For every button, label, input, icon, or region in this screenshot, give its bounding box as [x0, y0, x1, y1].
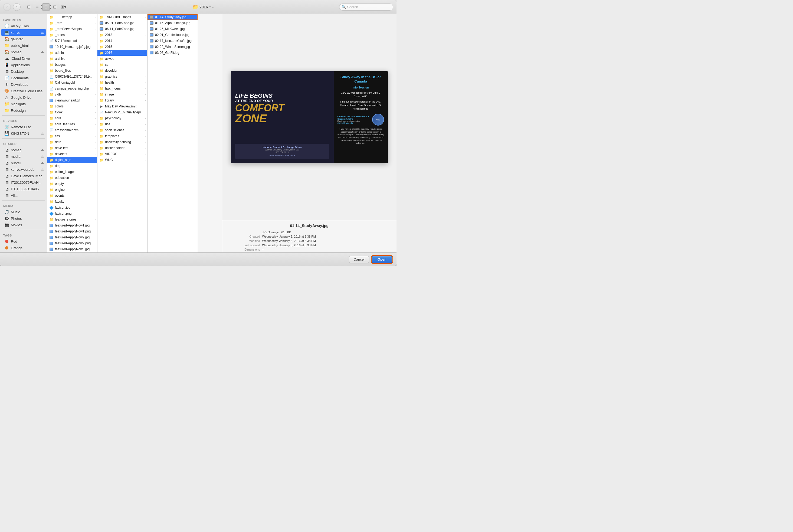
list-item[interactable]: 📁 cs ›	[97, 62, 147, 68]
shared-media-eject[interactable]: ⏏	[41, 154, 44, 158]
sidebar-item-homeg[interactable]: 🏠 homeg ⏏	[1, 49, 46, 55]
list-item[interactable]: 📁 core_features ›	[48, 121, 97, 127]
list-item[interactable]: 📁 css ›	[48, 133, 97, 139]
icon-view-button[interactable]: ⊞	[25, 3, 33, 11]
list-item[interactable]: 📁 events ›	[48, 193, 97, 198]
open-button[interactable]: Open	[372, 256, 392, 263]
list-item[interactable]: featured-ApplyNow1.jpg	[48, 223, 97, 228]
column-view-button[interactable]: ⋮⋮⋮	[42, 3, 50, 11]
list-item[interactable]: 📁 _ARCHIVE_mpgs ›	[97, 14, 147, 20]
list-item[interactable]: 01-15_Alph...Omega.jpg	[148, 20, 197, 26]
list-item[interactable]: 📁 2015 ›	[97, 44, 147, 50]
sidebar-item-documents[interactable]: 📄 Documents	[1, 75, 46, 81]
list-item[interactable]: 01-14_StudyAway.jpg	[148, 14, 197, 20]
list-item[interactable]: 05-01_SafeZone.jpg	[97, 20, 147, 26]
list-item[interactable]: 📁 _mm ›	[48, 20, 97, 26]
list-item[interactable]: 📁 health ›	[97, 79, 147, 86]
sidebar-item-google-drive[interactable]: △ Google Drive	[1, 94, 46, 101]
arrange-button[interactable]: ⊞▾	[59, 3, 67, 11]
list-item[interactable]: featured-ApplyNow1.png	[48, 228, 97, 234]
list-item[interactable]: 📁 untitled folder ›	[97, 145, 147, 151]
list-item[interactable]: cleanwouhead.gif	[48, 97, 97, 103]
sidebar-item-shared-homeg[interactable]: 🖥 homeg ⏏	[1, 147, 46, 153]
sidebar-item-itc[interactable]: 🖥 ITC103LAB10405	[1, 186, 46, 192]
shared-xdrive-eject[interactable]: ⏏	[41, 168, 44, 171]
sidebar-item-shared-pubrel[interactable]: 🖥 pubrel ⏏	[1, 160, 46, 166]
list-item[interactable]: 📁 image ›	[97, 92, 147, 97]
list-item[interactable]: 📁 archive ›	[48, 56, 97, 62]
list-item[interactable]: 📁 faculty ›	[48, 198, 97, 205]
list-item[interactable]: 02-22_Wint...Screen.jpg	[148, 44, 197, 50]
list-item[interactable]: 03-06_GetFit.jpg	[148, 50, 197, 56]
sidebar-item-redesign[interactable]: 📁 Redesign	[1, 107, 46, 114]
forward-button[interactable]: ›	[13, 3, 21, 11]
list-item[interactable]: 📁 2016 ›	[97, 50, 147, 56]
path-dropdown[interactable]: ⌃⌄	[209, 5, 214, 10]
shared-homeg-eject[interactable]: ⏏	[41, 148, 44, 152]
list-item[interactable]: featured-ApplyNow2.png	[48, 240, 97, 246]
sidebar-item-public-html[interactable]: 📁 public_html	[1, 42, 46, 49]
sidebar-item-photos[interactable]: 🖼 Photos	[1, 215, 46, 222]
list-item[interactable]: 📁 Californiagold ›	[48, 79, 97, 86]
list-item[interactable]: 📁 hwc_hours ›	[97, 86, 147, 92]
list-item[interactable]: 01-25_MLKweek.jpg	[148, 26, 197, 32]
list-item[interactable]: 📁 devolder ›	[97, 68, 147, 74]
list-item[interactable]: 📁 socialscience ›	[97, 127, 147, 133]
list-item[interactable]: 📁 badges ›	[48, 62, 97, 68]
sidebar-item-tag-red[interactable]: Red	[1, 238, 46, 245]
list-item[interactable]: 📁 admin ›	[48, 50, 97, 56]
list-item[interactable]: 📄 5-7-12map.psd	[48, 38, 97, 44]
sidebar-item-xdrive[interactable]: 💻 xdrive ⏏	[1, 29, 46, 36]
list-item[interactable]: 📁 2013 ›	[97, 32, 147, 38]
sidebar-item-kingston[interactable]: 💾 KINGSTON ⏏	[1, 130, 46, 137]
list-item[interactable]: 📁 core ›	[48, 115, 97, 121]
list-item[interactable]: 📁 VIDEOS ›	[97, 151, 147, 157]
homeg-eject-icon[interactable]: ⏏	[41, 50, 44, 54]
list-item[interactable]: 📁 library ›	[97, 97, 147, 103]
sidebar-item-movies[interactable]: 🎬 Movies	[1, 222, 46, 228]
sidebar-item-remote-disc[interactable]: 💿 Remote Disc	[1, 124, 46, 130]
list-item[interactable]: 📁 _mmServerScripts ›	[48, 26, 97, 32]
list-item[interactable]: 📁 templates ›	[97, 133, 147, 139]
sidebar-item-creative-cloud[interactable]: 🎨 Creative Cloud Files	[1, 88, 46, 94]
list-item[interactable]: 📁 davetest ›	[48, 151, 97, 157]
list-item[interactable]: 📁 WUC ›	[97, 157, 147, 163]
list-item[interactable]: featured-ApplyNow2.jpg	[48, 234, 97, 240]
list-item[interactable]: 📁 Cook ›	[48, 109, 97, 115]
sidebar-item-it[interactable]: 🖥 IT20130076FLAH...	[1, 179, 46, 186]
sidebar-item-shared-xdrive[interactable]: 🖥 xdrive.wou.edu ⏏	[1, 166, 46, 173]
list-item[interactable]: 📁 university housing ›	[97, 139, 147, 145]
list-item[interactable]: 📁 empty ›	[48, 181, 97, 187]
list-item[interactable]: 06-11_SafeZone.jpg	[97, 26, 147, 32]
list-item[interactable]: featured-ApplyNow3.jpg	[48, 246, 97, 252]
kingston-eject-icon[interactable]: ⏏	[41, 132, 44, 135]
list-item[interactable]: 📄 New DMM...h Quality.epr	[97, 109, 147, 115]
list-item[interactable]: 📁 engine ›	[48, 187, 97, 193]
sidebar-item-highlights[interactable]: 📁 highlights	[1, 101, 46, 107]
list-item[interactable]: 📃 C99C3AE6...D572419.txt	[48, 74, 97, 79]
sidebar-item-all-my-files[interactable]: 🕐 All My Files	[1, 23, 46, 29]
search-bar[interactable]: 🔍 Search	[339, 3, 393, 11]
list-item[interactable]: 📁 editor_images ›	[48, 169, 97, 175]
list-item[interactable]: 📁 2014 ›	[97, 38, 147, 44]
list-item[interactable]: 📄 crossdomain.xml	[48, 127, 97, 133]
list-item[interactable]: ▶ May Day Preview.m2t	[97, 103, 147, 109]
list-item[interactable]: 📄 campus_reopening.php	[48, 86, 97, 92]
list-item[interactable]: 📁 cidb ›	[48, 92, 97, 97]
list-item[interactable]: 📁 dave-test ›	[48, 145, 97, 151]
list-item[interactable]: 📁 data ›	[48, 139, 97, 145]
list-item[interactable]: 📁 education ›	[48, 175, 97, 181]
list-item[interactable]: 📁 aswou ›	[97, 56, 147, 62]
list-item[interactable]: 📁 psychology ›	[97, 115, 147, 121]
sidebar-item-dave-imac[interactable]: 🖥 Dave Diemer's iMac	[1, 173, 46, 179]
sidebar-item-tag-orange[interactable]: Orange	[1, 245, 46, 251]
sidebar-item-gauntzd[interactable]: 🏠 gauntzd	[1, 36, 46, 42]
list-item[interactable]: 📁 ____netapp____ ›	[48, 14, 97, 20]
sidebar-item-icloud[interactable]: ☁ iCloud Drive	[1, 55, 46, 62]
list-item[interactable]: 02-01_GentleHouse.jpg	[148, 32, 197, 38]
list-item[interactable]: 📁 dmp ›	[48, 163, 97, 169]
list-item[interactable]: 📁 graphics ›	[97, 74, 147, 79]
eject-icon[interactable]: ⏏	[41, 31, 44, 34]
list-item[interactable]: 10-19_Hom...ng.jp0g.jpg	[48, 44, 97, 50]
sidebar-item-music[interactable]: 🎵 Music	[1, 209, 46, 215]
